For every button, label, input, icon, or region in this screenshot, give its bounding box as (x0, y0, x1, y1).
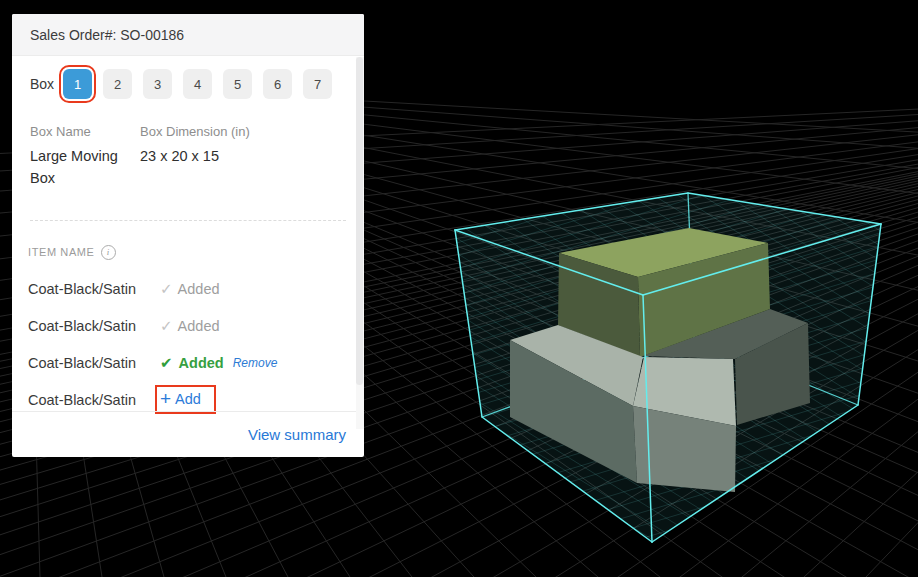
items-list: Coat-Black/Satin ✓ Added Coat-Black/Sati… (12, 270, 364, 418)
info-icon[interactable]: i (101, 245, 116, 260)
box-tab-4[interactable]: 4 (183, 69, 212, 99)
app-stage: Sales Order#: SO-00186 Box 1 2 3 4 5 6 7… (0, 0, 918, 577)
box-name-label: Box Name (30, 123, 140, 141)
add-button[interactable]: + Add (158, 388, 213, 411)
box-dimension-label: Box Dimension (in) (140, 123, 250, 141)
box-tab-1[interactable]: 1 (63, 69, 92, 99)
view-summary-link[interactable]: View summary (248, 426, 346, 443)
scrollbar-thumb[interactable] (356, 57, 363, 385)
packing-panel: Sales Order#: SO-00186 Box 1 2 3 4 5 6 7… (12, 14, 364, 457)
check-icon: ✓ (160, 280, 173, 298)
item-status-added: ✓ Added (160, 280, 220, 298)
box-selector-label: Box (30, 76, 54, 92)
box-selector: Box 1 2 3 4 5 6 7 (12, 56, 364, 99)
items-header: ITEM NAME i (28, 245, 346, 259)
plus-icon: + (160, 390, 171, 408)
box-tab-5[interactable]: 5 (223, 69, 252, 99)
box-tab-2[interactable]: 2 (103, 69, 132, 99)
divider (30, 220, 346, 221)
panel-header: Sales Order#: SO-00186 (12, 14, 364, 56)
box-info: Box Name Large Moving Box Box Dimension … (12, 99, 364, 189)
added-label: Added (178, 318, 220, 334)
check-icon: ✔ (160, 354, 173, 372)
box-tab-3[interactable]: 3 (143, 69, 172, 99)
item-name: Coat-Black/Satin (28, 392, 160, 408)
item-row: Coat-Black/Satin ✓ Added (12, 307, 364, 344)
box-dimension-value: 23 x 20 x 15 (140, 145, 250, 167)
check-icon: ✓ (160, 317, 173, 335)
box-tab-6[interactable]: 6 (263, 69, 292, 99)
item-name: Coat-Black/Satin (28, 281, 160, 297)
added-label: Added (178, 281, 220, 297)
box-dimension-column: Box Dimension (in) 23 x 20 x 15 (140, 123, 250, 189)
item-name: Coat-Black/Satin (28, 355, 160, 371)
panel-footer: View summary (12, 411, 364, 457)
item-status-added: ✓ Added (160, 317, 220, 335)
sales-order-title: Sales Order#: SO-00186 (30, 27, 184, 43)
add-label: Add (175, 391, 201, 407)
item-row: Coat-Black/Satin ✔ Added Remove (12, 344, 364, 381)
box-tab-7[interactable]: 7 (303, 69, 332, 99)
box-name-column: Box Name Large Moving Box (30, 123, 140, 189)
remove-link[interactable]: Remove (233, 356, 278, 370)
box-name-value: Large Moving Box (30, 145, 125, 189)
item-row: Coat-Black/Satin ✓ Added (12, 270, 364, 307)
item-status-added-active: ✔ Added Remove (160, 354, 277, 372)
item-name-heading: ITEM NAME (28, 246, 95, 258)
added-label: Added (179, 355, 224, 371)
item-name: Coat-Black/Satin (28, 318, 160, 334)
